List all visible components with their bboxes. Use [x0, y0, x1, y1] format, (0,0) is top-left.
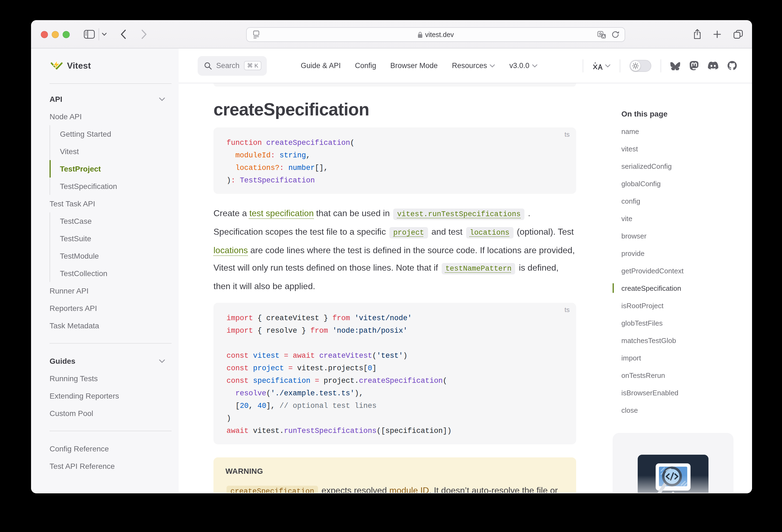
toc-item[interactable]: createSpecification	[621, 279, 735, 297]
address-bar[interactable]: vitest.dev	[246, 27, 625, 42]
toc-item-label: provide	[621, 249, 644, 257]
sidebar-item-label: Test Task API	[49, 199, 95, 208]
forward-button-icon[interactable]	[141, 29, 147, 39]
sidebar-menu-chevron-icon[interactable]	[102, 33, 107, 36]
nav-link[interactable]: v3.0.0	[509, 62, 538, 70]
search-shortcut-badge: ⌘ K	[244, 61, 262, 71]
main-area: Search ⌘ K Guide & API	[179, 48, 752, 493]
close-window-button[interactable]	[41, 31, 48, 38]
nav-link[interactable]: Resources	[452, 62, 495, 70]
sidebar-item-divider	[49, 343, 172, 344]
text-run: Create a	[213, 209, 249, 218]
text-link[interactable]: locations	[213, 246, 248, 255]
github-icon[interactable]	[727, 61, 737, 70]
sidebar-item[interactable]: TestProject	[49, 160, 179, 178]
sidebar-item[interactable]: Test API Reference	[49, 457, 179, 475]
lock-icon	[417, 31, 422, 38]
bluesky-icon[interactable]	[670, 61, 680, 70]
nav-link[interactable]: Guide & API	[300, 62, 341, 70]
toc-item[interactable]: import	[621, 349, 735, 366]
mastodon-icon[interactable]	[689, 61, 699, 70]
sidebar-item[interactable]: Node API	[49, 108, 179, 125]
sidebar-item-label: TestSuite	[60, 234, 91, 243]
language-switcher[interactable]	[593, 61, 610, 70]
sidebar-item-label: Extending Reporters	[49, 391, 119, 400]
sidebar-item[interactable]: Custom Pool	[49, 404, 179, 422]
text-link[interactable]: test specification	[249, 209, 314, 218]
theme-toggle[interactable]	[630, 60, 651, 72]
sidebar-item-label: Vitest	[60, 147, 79, 156]
sidebar-item[interactable]: TestSuite	[49, 230, 179, 247]
code-line: ): TestSpecification	[226, 174, 563, 187]
chevron-down-icon	[159, 97, 165, 101]
sidebar-item[interactable]: Runner API	[49, 282, 179, 299]
sidebar-item-label: TestCase	[60, 217, 92, 225]
minimize-window-button[interactable]	[52, 31, 59, 38]
toc-item-label: isRootProject	[621, 302, 664, 310]
inline-code-link[interactable]: testNamePattern	[442, 263, 516, 275]
toc-item[interactable]: matchesTestGlob	[621, 331, 735, 349]
sidebar-item[interactable]: Reporters API	[49, 299, 179, 317]
toolbar-divider	[99, 28, 99, 40]
toc-item[interactable]: browser	[621, 227, 735, 245]
code-line: await vitest.runTestSpecifications([spec…	[226, 425, 563, 437]
sidebar-item-label: TestSpecification	[60, 182, 117, 190]
sidebar-item[interactable]: TestSpecification	[49, 178, 179, 195]
nav-link[interactable]: Config	[355, 62, 376, 70]
toc-item[interactable]: isBrowserEnabled	[621, 384, 735, 401]
toc-item-label: vite	[621, 214, 632, 222]
sidebar-item[interactable]: API	[49, 91, 172, 108]
sidebar-item[interactable]: Task Metadata	[49, 317, 179, 334]
sponsor-card[interactable]	[613, 433, 734, 493]
text-link[interactable]: module ID	[389, 486, 429, 493]
new-tab-plus-icon[interactable]	[713, 31, 721, 38]
reader-icon[interactable]	[253, 28, 260, 41]
sidebar-item[interactable]: Getting Started	[49, 125, 179, 143]
code-block-example: ts import { createVitest } from 'vitest/…	[213, 303, 576, 444]
top-navbar: Search ⌘ K Guide & API	[179, 48, 752, 83]
inline-code-link[interactable]: vitest.runTestSpecifications	[393, 209, 525, 220]
toc-item[interactable]: isRootProject	[621, 297, 735, 314]
sidebar-item[interactable]: Running Tests	[49, 370, 179, 387]
toc-item[interactable]: provide	[621, 245, 735, 262]
sidebar-item[interactable]: Config Reference	[49, 440, 179, 457]
sidebar-item[interactable]: TestCollection	[49, 264, 179, 282]
sidebar-item[interactable]: Guides	[49, 352, 172, 370]
toc-item[interactable]: name	[621, 122, 735, 140]
code-language-badge: ts	[564, 306, 570, 314]
text-run: that can be used in	[314, 209, 392, 218]
code-line: const vitest = await createVitest('test'…	[226, 350, 563, 362]
inline-code-link[interactable]: project	[389, 227, 428, 239]
toc-item[interactable]: onTestsRerun	[621, 366, 735, 384]
sidebar-item[interactable]: TestCase	[49, 212, 179, 230]
toc-item[interactable]: config	[621, 192, 735, 210]
sidebar-item-label: Reporters API	[49, 304, 97, 313]
tab-overview-icon[interactable]	[734, 30, 743, 39]
site-logo[interactable]: Vitest	[31, 48, 179, 83]
toc-item[interactable]: globalConfig	[621, 175, 735, 192]
sidebar-item[interactable]: Extending Reporters	[49, 387, 179, 404]
translate-icon[interactable]	[597, 28, 606, 41]
share-icon[interactable]	[693, 29, 701, 39]
nav-link[interactable]: Browser Mode	[390, 62, 438, 70]
search-button[interactable]: Search ⌘ K	[198, 56, 267, 75]
discord-icon[interactable]	[708, 62, 718, 70]
inline-code-link[interactable]: createSpecification	[226, 486, 318, 493]
sidebar-item-label: API	[49, 95, 62, 103]
sidebar-item[interactable]: Test Task API	[49, 195, 179, 212]
sidebar-item[interactable]: Vitest	[49, 143, 179, 160]
toc-item-label: serializedConfig	[621, 162, 672, 170]
toc-item[interactable]: serializedConfig	[621, 157, 735, 175]
inline-code-link[interactable]: locations	[466, 227, 513, 239]
toc-item[interactable]: vite	[621, 210, 735, 227]
toc-item[interactable]: getProvidedContext	[621, 262, 735, 279]
toc-item[interactable]: vitest	[621, 140, 735, 157]
toc-item[interactable]: globTestFiles	[621, 314, 735, 331]
sidebar-toggle-icon[interactable]	[84, 30, 95, 39]
toc-item[interactable]: close	[621, 401, 735, 419]
zoom-window-button[interactable]	[63, 31, 70, 38]
sidebar-item[interactable]: TestModule	[49, 247, 179, 264]
reload-icon[interactable]	[611, 28, 619, 41]
back-button-icon[interactable]	[120, 29, 126, 39]
page-title: createSpecification	[213, 100, 576, 120]
